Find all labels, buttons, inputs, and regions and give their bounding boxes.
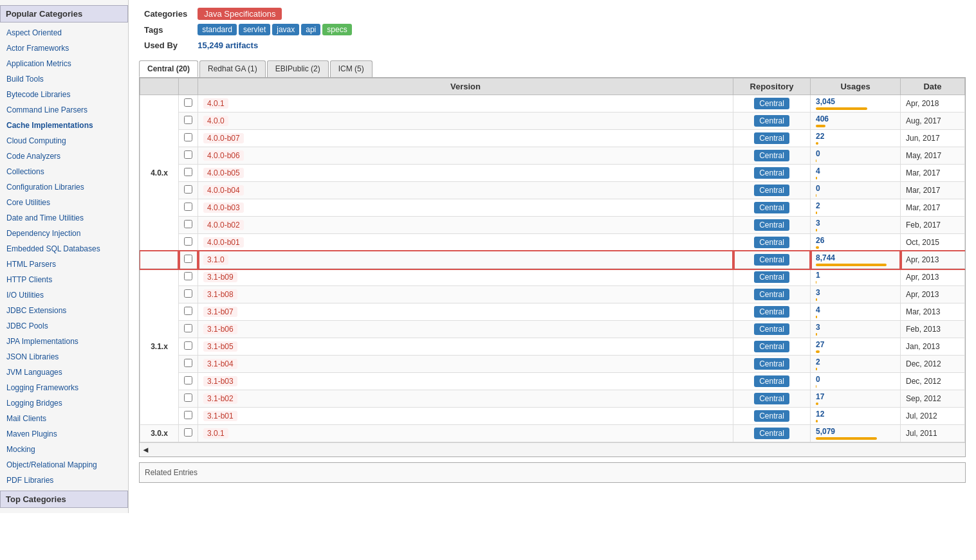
repo-badge[interactable]: Central xyxy=(754,410,789,422)
version-link[interactable]: 3.1-b05 xyxy=(203,341,237,352)
sidebar-item-maven-plugins[interactable]: Maven Plugins xyxy=(0,426,128,442)
version-link[interactable]: 4.0.0-b01 xyxy=(203,237,244,248)
row-checkbox[interactable] xyxy=(184,133,192,141)
usages-value[interactable]: 26 xyxy=(816,236,895,245)
tab-3[interactable]: ICM (5) xyxy=(330,60,373,77)
version-link[interactable]: 3.1-b02 xyxy=(203,393,237,404)
sidebar-item-dependency-injection[interactable]: Dependency Injection xyxy=(0,226,128,241)
repo-badge[interactable]: Central xyxy=(754,358,789,370)
sidebar-item-actor-frameworks[interactable]: Actor Frameworks xyxy=(0,41,128,56)
tab-2[interactable]: EBIPublic (2) xyxy=(267,60,329,77)
tag-api[interactable]: api xyxy=(301,24,320,35)
tag-specs[interactable]: specs xyxy=(322,24,351,35)
repo-badge[interactable]: Central xyxy=(754,150,789,161)
sidebar-item-logging-frameworks[interactable]: Logging Frameworks xyxy=(0,380,128,395)
version-link[interactable]: 3.1-b07 xyxy=(203,307,237,317)
usages-value[interactable]: 3 xyxy=(816,219,895,228)
sidebar-item-html-parsers[interactable]: HTML Parsers xyxy=(0,257,128,272)
usages-value[interactable]: 4 xyxy=(816,167,895,176)
repo-badge[interactable]: Central xyxy=(754,219,789,231)
repo-badge[interactable]: Central xyxy=(754,237,789,248)
version-link[interactable]: 3.1-b09 xyxy=(203,272,237,282)
usages-value[interactable]: 12 xyxy=(816,410,895,419)
sidebar-item-cloud-computing[interactable]: Cloud Computing xyxy=(0,133,128,149)
repo-badge[interactable]: Central xyxy=(754,323,789,335)
sidebar-item-jdbc-pools[interactable]: JDBC Pools xyxy=(0,318,128,334)
repo-badge[interactable]: Central xyxy=(754,271,789,283)
sidebar-item-build-tools[interactable]: Build Tools xyxy=(0,71,128,87)
sidebar-item-aspect-oriented[interactable]: Aspect Oriented xyxy=(0,25,128,41)
row-checkbox[interactable] xyxy=(184,289,192,298)
sidebar-item-jpa-implementations[interactable]: JPA Implementations xyxy=(0,334,128,349)
version-link[interactable]: 4.0.0-b02 xyxy=(203,220,244,230)
row-checkbox[interactable] xyxy=(184,359,192,367)
version-link[interactable]: 4.0.0-b07 xyxy=(203,133,244,143)
row-checkbox[interactable] xyxy=(184,324,192,332)
row-checkbox[interactable] xyxy=(184,220,192,228)
tab-1[interactable]: Redhat GA (1) xyxy=(199,60,266,77)
version-link[interactable]: 3.0.1 xyxy=(203,428,228,438)
version-link[interactable]: 4.0.1 xyxy=(203,98,228,109)
row-checkbox[interactable] xyxy=(184,341,192,350)
row-checkbox[interactable] xyxy=(184,272,192,280)
tag-standard[interactable]: standard xyxy=(198,24,237,35)
sidebar-item-code-analyzers[interactable]: Code Analyzers xyxy=(0,149,128,164)
row-checkbox[interactable] xyxy=(184,393,192,402)
repo-badge[interactable]: Central xyxy=(754,428,789,439)
category-badge[interactable]: Java Specifications xyxy=(198,8,282,20)
usages-value[interactable]: 22 xyxy=(816,132,895,141)
sidebar-item-collections[interactable]: Collections xyxy=(0,164,128,179)
sidebar-item-cache-implementations[interactable]: Cache Implementations xyxy=(0,118,128,133)
sidebar-item-mail-clients[interactable]: Mail Clients xyxy=(0,411,128,426)
row-checkbox[interactable] xyxy=(184,116,192,124)
sidebar-item-i-o-utilities[interactable]: I/O Utilities xyxy=(0,287,128,303)
row-checkbox[interactable] xyxy=(184,307,192,315)
usages-value[interactable]: 3 xyxy=(816,323,895,332)
sidebar-item-jvm-languages[interactable]: JVM Languages xyxy=(0,365,128,380)
sidebar-item-mocking[interactable]: Mocking xyxy=(0,442,128,457)
version-link[interactable]: 3.1-b06 xyxy=(203,324,237,334)
row-checkbox[interactable] xyxy=(184,203,192,211)
version-link[interactable]: 4.0.0-b03 xyxy=(203,203,244,213)
sidebar-item-logging-bridges[interactable]: Logging Bridges xyxy=(0,395,128,411)
usages-value[interactable]: 1 xyxy=(816,271,895,280)
repo-badge[interactable]: Central xyxy=(754,289,789,300)
usages-value[interactable]: 4 xyxy=(816,305,895,314)
tab-0[interactable]: Central (20) xyxy=(139,60,198,77)
usages-value[interactable]: 3 xyxy=(816,288,895,297)
tag-servlet[interactable]: servlet xyxy=(239,24,270,35)
repo-badge[interactable]: Central xyxy=(754,341,789,352)
version-link[interactable]: 4.0.0-b05 xyxy=(203,168,244,178)
row-checkbox[interactable] xyxy=(184,411,192,419)
row-checkbox[interactable] xyxy=(184,98,192,107)
version-link[interactable]: 3.1-b01 xyxy=(203,411,237,421)
row-checkbox[interactable] xyxy=(184,150,192,159)
tag-javax[interactable]: javax xyxy=(272,24,299,35)
repo-badge[interactable]: Central xyxy=(754,185,789,196)
usages-value[interactable]: 5,079 xyxy=(816,427,895,436)
sidebar-item-json-libraries[interactable]: JSON Libraries xyxy=(0,349,128,365)
repo-badge[interactable]: Central xyxy=(754,254,789,266)
usages-value[interactable]: 3,045 xyxy=(816,97,895,106)
sidebar-item-date-and-time-utilities[interactable]: Date and Time Utilities xyxy=(0,210,128,226)
row-checkbox[interactable] xyxy=(184,428,192,437)
sidebar-item-http-clients[interactable]: HTTP Clients xyxy=(0,272,128,287)
repo-badge[interactable]: Central xyxy=(754,115,789,127)
usages-value[interactable]: 0 xyxy=(816,149,895,158)
row-checkbox[interactable] xyxy=(184,255,192,263)
usages-value[interactable]: 8,744 xyxy=(816,253,895,262)
row-checkbox[interactable] xyxy=(184,185,192,194)
sidebar-item-embedded-sql-databases[interactable]: Embedded SQL Databases xyxy=(0,241,128,257)
version-link[interactable]: 3.1-b04 xyxy=(203,359,237,369)
usages-value[interactable]: 27 xyxy=(816,340,895,349)
repo-badge[interactable]: Central xyxy=(754,167,789,179)
usages-value[interactable]: 2 xyxy=(816,357,895,366)
repo-badge[interactable]: Central xyxy=(754,202,789,213)
version-link[interactable]: 3.1-b03 xyxy=(203,376,237,386)
row-checkbox[interactable] xyxy=(184,168,192,176)
sidebar-item-jdbc-extensions[interactable]: JDBC Extensions xyxy=(0,303,128,318)
sidebar-item-object-relational-mapping[interactable]: Object/Relational Mapping xyxy=(0,457,128,473)
repo-badge[interactable]: Central xyxy=(754,132,789,144)
row-checkbox[interactable] xyxy=(184,376,192,384)
sidebar-item-bytecode-libraries[interactable]: Bytecode Libraries xyxy=(0,87,128,102)
